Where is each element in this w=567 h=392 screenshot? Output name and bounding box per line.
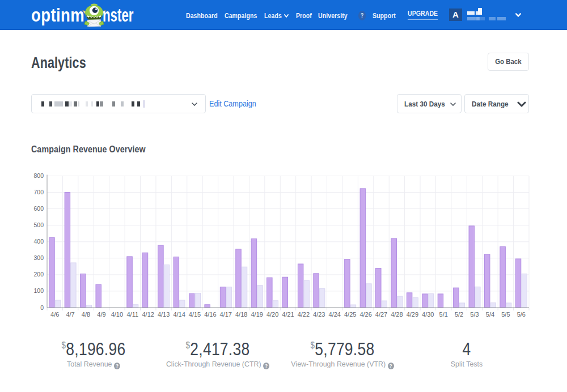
svg-text:4/21: 4/21	[282, 311, 294, 318]
svg-text:4/25: 4/25	[344, 311, 356, 318]
svg-text:100: 100	[33, 287, 44, 294]
svg-text:500: 500	[33, 221, 44, 228]
svg-text:4/11: 4/11	[127, 311, 139, 318]
svg-text:0: 0	[40, 304, 44, 311]
svg-text:4/18: 4/18	[235, 311, 247, 318]
svg-text:4/27: 4/27	[375, 311, 387, 318]
svg-text:4/22: 4/22	[298, 311, 310, 318]
svg-text:4/26: 4/26	[359, 311, 371, 318]
svg-text:4/13: 4/13	[158, 311, 170, 318]
svg-text:300: 300	[33, 254, 44, 261]
svg-text:5/4: 5/4	[486, 311, 494, 318]
svg-text:4/7: 4/7	[66, 311, 74, 318]
svg-text:4/23: 4/23	[313, 311, 325, 318]
svg-text:5/5: 5/5	[501, 311, 510, 318]
svg-text:4/20: 4/20	[266, 311, 278, 318]
svg-text:5/6: 5/6	[517, 311, 526, 318]
svg-text:4/14: 4/14	[173, 311, 185, 318]
svg-text:4/15: 4/15	[189, 311, 201, 318]
svg-text:4/28: 4/28	[391, 311, 403, 318]
svg-text:5/3: 5/3	[470, 311, 479, 318]
svg-text:5/2: 5/2	[455, 311, 463, 318]
svg-text:4/30: 4/30	[422, 311, 434, 318]
svg-text:4/29: 4/29	[407, 311, 418, 318]
svg-text:800: 800	[33, 172, 44, 179]
svg-text:4/10: 4/10	[111, 311, 123, 318]
svg-text:400: 400	[33, 238, 44, 245]
svg-text:4/19: 4/19	[251, 311, 263, 318]
svg-text:4/8: 4/8	[82, 311, 90, 318]
svg-text:4/6: 4/6	[50, 311, 59, 318]
svg-text:4/16: 4/16	[204, 311, 216, 318]
svg-text:600: 600	[33, 205, 44, 212]
svg-text:4/12: 4/12	[142, 311, 154, 318]
svg-text:4/9: 4/9	[97, 311, 105, 318]
svg-text:700: 700	[33, 189, 44, 195]
svg-text:5/1: 5/1	[439, 311, 448, 318]
svg-text:200: 200	[33, 271, 44, 278]
svg-text:4/17: 4/17	[220, 311, 232, 318]
svg-text:4/24: 4/24	[329, 311, 341, 318]
